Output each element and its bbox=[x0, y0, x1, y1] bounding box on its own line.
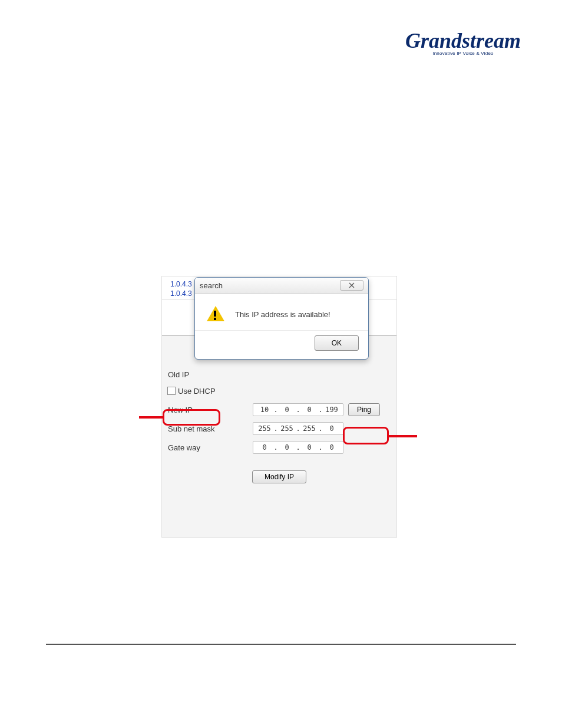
ip-octet: 0 bbox=[323, 443, 340, 452]
brand-logo-text: Grandstream bbox=[405, 32, 521, 50]
dialog-close-button[interactable] bbox=[340, 280, 363, 291]
dialog-message: This IP address is available! bbox=[235, 310, 330, 319]
warning-icon bbox=[207, 306, 224, 322]
ip-octet: 0 bbox=[323, 424, 340, 433]
old-ip-label: Old IP bbox=[168, 370, 220, 379]
gateway-input[interactable]: 0. 0. 0. 0 bbox=[253, 441, 343, 454]
close-icon bbox=[348, 282, 356, 289]
dialog-title: search bbox=[200, 281, 223, 290]
use-dhcp-label: Use DHCP bbox=[178, 387, 216, 396]
ip-octet: 0 bbox=[256, 443, 273, 452]
callout-line bbox=[139, 416, 164, 419]
ok-button[interactable]: OK bbox=[315, 335, 359, 351]
gateway-label: Gate way bbox=[168, 443, 220, 452]
ip-octet: 255 bbox=[300, 424, 318, 433]
ip-octet: 10 bbox=[256, 406, 273, 414]
page-divider bbox=[46, 644, 516, 645]
ip-octet: 0 bbox=[300, 443, 318, 452]
use-dhcp-checkbox[interactable]: Use DHCP bbox=[166, 385, 219, 397]
dialog-titlebar: search bbox=[195, 278, 368, 294]
new-ip-input[interactable]: 10. 0. 0. 199 bbox=[253, 403, 343, 416]
highlight-ping bbox=[343, 427, 389, 444]
ip-octet: 0 bbox=[300, 406, 318, 414]
ip-octet: 0 bbox=[278, 406, 296, 414]
callout-line bbox=[389, 435, 417, 437]
ip-octet: 199 bbox=[323, 406, 340, 414]
ip-octet: 255 bbox=[256, 424, 273, 433]
modify-ip-button[interactable]: Modify IP bbox=[252, 470, 306, 483]
highlight-dhcp bbox=[163, 409, 220, 426]
subnet-input[interactable]: 255. 255. 255. 0 bbox=[253, 422, 343, 435]
ping-button[interactable]: Ping bbox=[348, 403, 380, 416]
brand-logo: Grandstream Innovative IP Voice & Video bbox=[405, 32, 521, 56]
search-dialog: search This IP address is available! OK bbox=[194, 277, 369, 360]
ip-octet: 255 bbox=[278, 424, 296, 433]
checkbox-icon bbox=[167, 387, 176, 395]
ip-octet: 0 bbox=[278, 443, 296, 452]
